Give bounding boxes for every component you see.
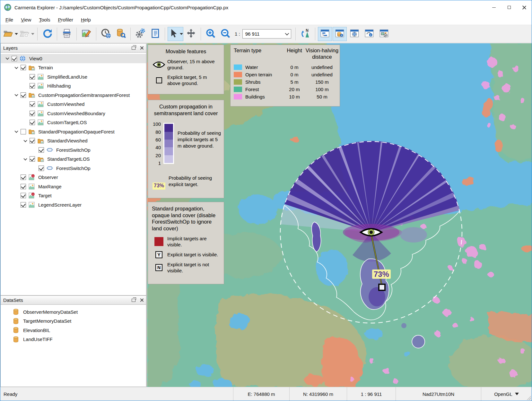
close-button[interactable] (517, 0, 532, 14)
menu-item-tools[interactable]: Tools (35, 15, 54, 24)
expander-icon[interactable] (3, 57, 12, 60)
float-panel-icon[interactable] (132, 299, 135, 302)
operator-icon (47, 165, 54, 171)
layer-tree-item-custompropagationsemitransparentforest[interactable]: CustomPropagationSemitransparentForest (1, 90, 146, 100)
database-icon (13, 309, 20, 315)
chevron-down-icon[interactable] (285, 31, 289, 36)
scale-tick-label: 1 (149, 160, 161, 166)
expander-icon[interactable] (12, 66, 21, 69)
layer-checkbox[interactable] (30, 83, 35, 89)
layer-label: MaxRange (38, 184, 62, 189)
dataset-item-elevationbil[interactable]: ElevationBIL (1, 326, 146, 335)
layer-checkbox[interactable] (21, 193, 26, 198)
expander-icon[interactable] (12, 94, 21, 96)
layer-checkbox[interactable] (39, 166, 44, 171)
scale-combobox[interactable]: 96 911 (242, 29, 291, 38)
object-info-panel-button[interactable] (362, 27, 376, 41)
new-folder-button[interactable] (19, 27, 35, 41)
layer-checkbox[interactable] (12, 56, 17, 61)
dataset-item-targetmemorydataset[interactable]: TargetMemoryDataSet (1, 317, 146, 326)
layer-tree-item-customviewshed[interactable]: CustomViewshed (1, 100, 146, 109)
settings-gears-button[interactable] (133, 27, 147, 41)
float-panel-icon[interactable] (132, 47, 135, 50)
view-settings-panel-button[interactable] (377, 27, 391, 41)
layer-checkbox[interactable] (30, 120, 35, 125)
time-globe-button[interactable] (99, 27, 113, 41)
dropdown-caret-icon[interactable] (15, 33, 18, 35)
minimize-button[interactable] (486, 0, 501, 14)
target-marker[interactable] (379, 284, 385, 290)
pan-button[interactable] (184, 27, 198, 41)
print-button[interactable] (60, 27, 74, 41)
layer-checkbox[interactable] (21, 92, 26, 98)
layer-checkbox[interactable] (30, 156, 35, 162)
dropdown-caret-icon[interactable] (180, 33, 183, 35)
report-icon (150, 28, 160, 40)
menu-item-help[interactable]: Help (77, 15, 95, 24)
layer-tree-item-customviewshedboundary[interactable]: CustomViewshedBoundary (1, 109, 146, 118)
layer-checkbox[interactable] (30, 101, 35, 107)
layer-checkbox[interactable] (21, 175, 26, 180)
database-icon (13, 327, 20, 333)
datasets-panel-button[interactable] (333, 27, 347, 41)
terrain-row-height: 0 m (284, 71, 304, 78)
globe-panel-button[interactable] (347, 27, 362, 41)
layer-tree-item-forestswitchop[interactable]: ForestSwitchOp (1, 145, 146, 155)
refresh-button[interactable] (40, 27, 54, 41)
layer-tree-item-view0[interactable]: View0 (1, 54, 146, 63)
menu-bar: FileViewToolsProfilerHelp (0, 14, 532, 25)
layer-checkbox[interactable] (39, 147, 44, 153)
minimize-icon (492, 7, 496, 8)
layer-checkbox[interactable] (30, 74, 35, 80)
layer-tree-item-standardpropagationopaqueforest[interactable]: StandardPropagationOpaqueForest (1, 127, 146, 136)
layer-tree-item-legendscreenlayer[interactable]: LegendScreenLayer (1, 200, 146, 209)
north-arrow-button[interactable]: N (298, 27, 312, 41)
status-cell-5[interactable]: OpenGL (481, 387, 532, 401)
dataset-search-button[interactable] (114, 27, 128, 41)
pan-icon (186, 28, 196, 40)
close-panel-icon[interactable] (140, 298, 144, 302)
layers-panel-button[interactable] (318, 27, 332, 41)
explicit-probability-value: 73% (153, 183, 165, 190)
layer-checkbox[interactable] (21, 202, 26, 208)
select-arrow-button[interactable] (168, 27, 183, 41)
layer-checkbox[interactable] (30, 111, 35, 116)
zoom-out-button[interactable] (218, 27, 232, 41)
expander-icon[interactable] (12, 130, 21, 133)
dataset-label: LandUseTIFF (23, 337, 53, 342)
observer-marker[interactable] (361, 229, 382, 236)
layer-checkbox[interactable] (21, 65, 26, 70)
close-panel-icon[interactable] (140, 46, 144, 50)
resize-grip[interactable] (527, 396, 531, 400)
expander-icon[interactable] (21, 140, 30, 142)
maximize-button[interactable] (501, 0, 517, 14)
edit-map-button[interactable] (79, 27, 93, 41)
menu-item-view[interactable]: View (17, 15, 35, 24)
layer-tree-item-forestswitchop[interactable]: ForestSwitchOp (1, 164, 146, 173)
layer-tree-item-customtargetlos[interactable]: CustomTargetLOS (1, 118, 146, 127)
layer-tree-item-standardtargetlos[interactable]: StandardTargetLOS (1, 155, 146, 164)
dataset-item-landusetiff[interactable]: LandUseTIFF (1, 335, 146, 344)
dropdown-caret-icon[interactable] (31, 33, 34, 35)
expander-icon[interactable] (21, 158, 30, 160)
layer-tree-item-maxrange[interactable]: MaxRange (1, 182, 146, 191)
terrain-row-distance: 150 m (304, 78, 340, 86)
report-button[interactable] (148, 27, 162, 41)
menu-item-file[interactable]: File (2, 15, 17, 24)
layer-checkbox[interactable] (21, 129, 26, 134)
layer-tree-item-hillshading[interactable]: Hillshading (1, 81, 146, 91)
renderer-dropdown-icon[interactable] (515, 393, 519, 395)
open-folder-button[interactable] (3, 27, 18, 41)
layer-checkbox[interactable] (21, 184, 26, 189)
layer-tree-item-standardviewshed[interactable]: StandardViewshed (1, 136, 146, 146)
layer-checkbox[interactable] (30, 138, 35, 143)
layer-tree-item-observer[interactable]: Observer (1, 173, 146, 182)
map-view[interactable]: 73% Movable features Observer, 15 m abov… (147, 43, 532, 387)
menu-item-profiler[interactable]: Profiler (54, 15, 77, 24)
layer-tree-item-terrain[interactable]: Terrain (1, 63, 146, 73)
zoom-in-button[interactable] (204, 27, 218, 41)
dataset-item-observermemorydataset[interactable]: ObserverMemoryDataSet (1, 307, 146, 317)
layer-tree-item-simplifiedlanduse[interactable]: SimplifiedLandUse (1, 72, 146, 81)
layer-tree-item-target[interactable]: Target (1, 191, 146, 200)
terrain-row-distance: undefined (304, 71, 340, 78)
